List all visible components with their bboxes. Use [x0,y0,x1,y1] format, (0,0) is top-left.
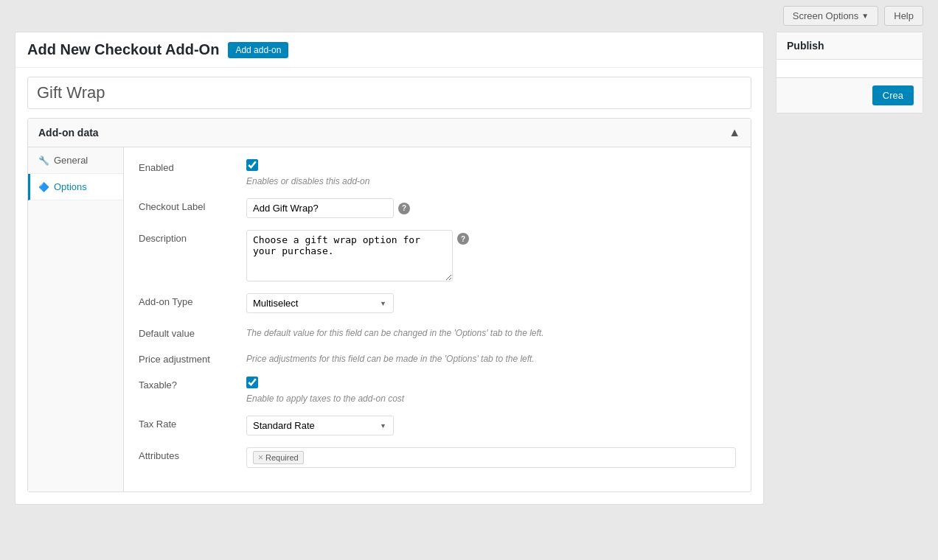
page-title: Add New Checkout Add-On [27,41,219,58]
tab-options[interactable]: 🔷 Options [28,174,123,200]
enabled-description: Enables or disables this add-on [246,176,736,186]
publish-box: Publish Crea [776,32,923,113]
screen-options-label: Screen Options [793,10,859,21]
default-value-content: The default value for this field can be … [246,325,736,338]
create-button[interactable]: Crea [872,85,914,105]
price-adjustment-content: Price adjustments for this field can be … [246,351,736,364]
add-addon-button[interactable]: Add add-on [228,42,288,58]
description-label: Description [139,230,234,244]
sidebar-panel: Publish Crea [776,32,923,113]
field-row-price-adjustment: Price adjustment Price adjustments for t… [139,351,736,365]
addon-data-section: Add-on data ▲ 🔧 General 🔷 Options [27,118,751,492]
checkout-label-help-icon[interactable]: ? [398,203,410,214]
addon-type-select-wrapper: Multiselect Checkbox Select Text File Up… [246,293,394,313]
section-header: Add-on data ▲ [28,119,751,147]
fields-area: Enabled Enables or disables this add-on … [124,147,751,491]
enabled-checkbox[interactable] [246,159,258,171]
tab-options-label: Options [54,181,87,192]
help-button[interactable]: Help [884,6,923,26]
description-content: Choose a gift wrap option for your purch… [246,230,736,281]
addon-type-select[interactable]: Multiselect Checkbox Select Text File Up… [246,293,394,313]
attributes-label: Attributes [139,447,234,461]
field-row-checkout-label: Checkout Label ? [139,198,736,218]
field-row-enabled: Enabled Enables or disables this add-on [139,159,736,186]
field-row-taxable: Taxable? Enable to apply taxes to the ad… [139,377,736,404]
field-row-addon-type: Add-on Type Multiselect Checkbox Select … [139,293,736,313]
checkout-label-label: Checkout Label [139,198,234,212]
description-input-wrapper: Choose a gift wrap option for your purch… [246,230,736,281]
description-textarea[interactable]: Choose a gift wrap option for your purch… [246,230,453,281]
taxable-label: Taxable? [139,377,234,391]
attributes-content: × Required [246,447,736,468]
tax-rate-select-wrapper: Standard Rate Reduced Rate Zero Rate [246,416,394,435]
addon-type-content: Multiselect Checkbox Select Text File Up… [246,293,736,313]
field-row-attributes: Attributes × Required [139,447,736,468]
price-adjustment-label: Price adjustment [139,351,234,365]
tax-rate-select[interactable]: Standard Rate Reduced Rate Zero Rate [246,416,394,435]
publish-header: Publish [777,32,923,60]
tax-rate-label: Tax Rate [139,416,234,430]
tabs-sidebar: 🔧 General 🔷 Options [28,147,124,491]
taxable-checkbox[interactable] [246,377,258,388]
tax-rate-content: Standard Rate Reduced Rate Zero Rate [246,416,736,435]
tab-general[interactable]: 🔧 General [28,147,123,174]
addon-name-input[interactable] [27,77,751,109]
top-bar: Screen Options ▼ Help [0,0,938,32]
content-area: Add New Checkout Add-On Add add-on Add-o… [15,32,764,505]
section-body: 🔧 General 🔷 Options Enabled [28,147,751,491]
price-adjustment-description: Price adjustments for this field can be … [246,354,736,364]
page-header: Add New Checkout Add-On Add add-on [15,32,763,68]
collapse-button[interactable]: ▲ [729,126,740,139]
required-tag-label: Required [265,453,299,462]
options-icon: 🔷 [38,182,49,192]
tab-general-label: General [54,155,88,166]
required-tag: × Required [253,451,304,464]
publish-footer: Crea [777,77,923,113]
attributes-input-wrapper[interactable]: × Required [246,447,736,468]
field-row-default-value: Default value The default value for this… [139,325,736,339]
publish-body [777,60,923,77]
checkout-label-input-wrapper: ? [246,198,736,218]
wrench-icon: 🔧 [38,155,49,166]
field-row-tax-rate: Tax Rate Standard Rate Reduced Rate Zero… [139,416,736,435]
checkout-label-content: ? [246,198,736,218]
taxable-content: Enable to apply taxes to the add-on cost [246,377,736,404]
enabled-label: Enabled [139,159,234,173]
chevron-down-icon: ▼ [861,12,869,20]
enabled-content: Enables or disables this add-on [246,159,736,186]
required-tag-remove[interactable]: × [258,453,263,462]
addon-type-label: Add-on Type [139,293,234,307]
checkout-label-input[interactable] [246,198,394,218]
taxable-description: Enable to apply taxes to the add-on cost [246,393,736,404]
main-layout: Add New Checkout Add-On Add add-on Add-o… [0,32,938,519]
default-value-description: The default value for this field can be … [246,328,736,338]
screen-options-button[interactable]: Screen Options ▼ [783,6,879,26]
description-help-icon[interactable]: ? [457,233,469,245]
section-title: Add-on data [38,127,99,139]
field-row-description: Description Choose a gift wrap option fo… [139,230,736,281]
default-value-label: Default value [139,325,234,339]
